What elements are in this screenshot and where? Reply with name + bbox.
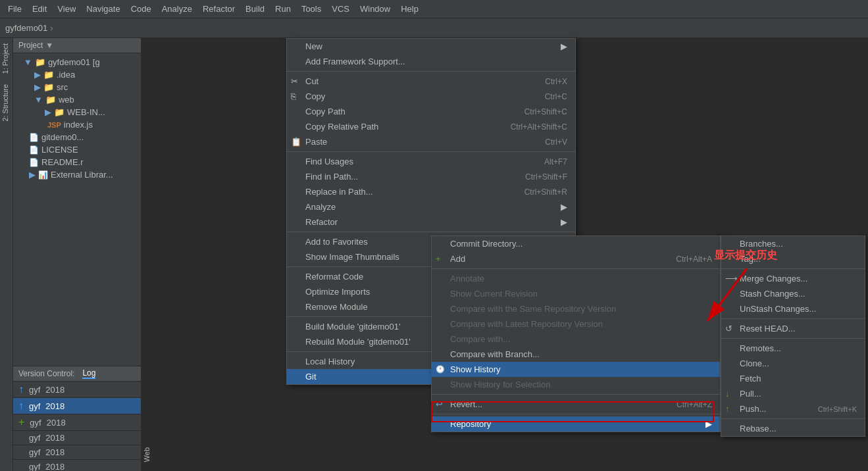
table-row[interactable]: ↑ gyf 2018 (13, 398, 141, 414)
list-item[interactable]: ▶ 📁 .idea (13, 68, 141, 81)
menu-tools[interactable]: Tools (296, 3, 326, 15)
shortcut-label: Alt+F7 (544, 157, 567, 166)
menu-item-find-in-path[interactable]: Find in Path... Ctrl+Shift+F (287, 169, 575, 184)
menu-item-pull[interactable]: ↓ Pull... (721, 386, 865, 401)
menu-item-label: Show History for Selection (450, 380, 550, 389)
file-icon-readme: 📄 (29, 158, 39, 167)
arrow-up-icon: ↑ (16, 399, 26, 412)
submenu-arrow-icon: ▶ (561, 217, 567, 227)
list-item[interactable]: 📄 gitdemo0... (13, 131, 141, 143)
menu-item-analyze[interactable]: Analyze ▶ (287, 199, 575, 214)
menu-item-copy-path[interactable]: Copy Path Ctrl+Shift+C (287, 104, 575, 119)
menu-item-new[interactable]: New ▶ (287, 39, 575, 54)
folder-icon-src: 📁 (43, 82, 54, 92)
vc-tab-version-control[interactable]: Version Control: (18, 369, 74, 378)
menu-item-find-usages[interactable]: Find Usages Alt+F7 (287, 154, 575, 169)
list-item[interactable]: 📄 README.r (13, 156, 141, 168)
menu-item-cut[interactable]: ✂ Cut Ctrl+X (287, 74, 575, 89)
menu-analyze[interactable]: Analyze (157, 3, 197, 15)
project-bar: gyfdemo01 › (0, 18, 868, 38)
file-icon-git: 📄 (29, 133, 39, 142)
menu-item-add[interactable]: + Add Ctrl+Alt+A (432, 251, 720, 266)
vc-table: ↑ gyf 2018 ↑ gyf 2018 + gyf 2018 gyf (13, 382, 141, 471)
menu-item-label: Show Image Thumbnails (305, 252, 399, 262)
menu-code[interactable]: Code (126, 3, 157, 15)
arrow-none (16, 466, 26, 468)
table-row[interactable]: gyf 2018 (13, 445, 141, 460)
menu-item-label: Copy Relative Path (305, 122, 378, 132)
menu-edit[interactable]: Edit (27, 3, 52, 15)
menu-refactor[interactable]: Refactor (197, 3, 240, 15)
menu-item-fetch[interactable]: Fetch (721, 371, 865, 386)
menu-item-compare-latest-repo[interactable]: Compare with Latest Repository Version (432, 316, 720, 332)
menu-item-commit-directory[interactable]: Commit Directory... (432, 236, 720, 251)
menu-item-label: Local History (305, 357, 355, 366)
tree-root[interactable]: ▼ 📁 gyfdemo01 [g (13, 56, 141, 68)
menu-item-label: Refactor (305, 217, 338, 227)
shortcut-label: Ctrl+X (545, 77, 567, 86)
menu-run[interactable]: Run (270, 3, 296, 15)
separator (287, 151, 575, 152)
menu-item-copy[interactable]: ⎘ Copy Ctrl+C (287, 89, 575, 104)
menu-item-add-framework[interactable]: Add Framework Support... (287, 54, 575, 69)
tab-web[interactable]: Web (141, 445, 152, 464)
menu-item-label: Clone... (740, 359, 769, 368)
menu-item-show-history[interactable]: 🕐 Show History (432, 362, 720, 377)
list-item[interactable]: ▶ 📊 External Librar... (13, 168, 141, 181)
menu-item-revert[interactable]: ↩ Revert... Ctrl+Alt+Z (432, 397, 720, 412)
menu-item-refactor[interactable]: Refactor ▶ (287, 214, 575, 230)
vc-tab-log[interactable]: Log (82, 368, 95, 379)
menu-item-repository[interactable]: Repository ▶ (432, 416, 720, 432)
menu-item-push[interactable]: ↑ Push... Ctrl+Shift+K (721, 401, 865, 416)
menu-item-copy-relative-path[interactable]: Copy Relative Path Ctrl+Alt+Shift+C (287, 119, 575, 134)
menu-file[interactable]: File (3, 3, 27, 15)
menu-item-remotes[interactable]: Remotes... (721, 341, 865, 356)
table-row[interactable]: ↑ gyf 2018 (13, 382, 141, 398)
project-panel: Project ▼ ▼ 📁 gyfdemo01 [g ▶ 📁 .idea ▶ (13, 38, 141, 471)
menu-help[interactable]: Help (396, 3, 424, 15)
tree-item-label: External Librar... (51, 170, 113, 180)
expand-icon-src: ▶ (34, 82, 41, 92)
menu-item-label: Branches... (740, 239, 783, 249)
menu-item-label: Add Framework Support... (305, 57, 405, 66)
list-item[interactable]: ▶ 📁 WEB-IN... (13, 106, 141, 118)
shortcut-label: Ctrl+Shift+C (524, 107, 567, 116)
list-item[interactable]: JSP index.js (13, 118, 141, 131)
menu-item-show-current-revision[interactable]: Show Current Revision (432, 286, 720, 301)
menu-navigate[interactable]: Navigate (81, 3, 125, 15)
menu-item-replace-in-path[interactable]: Replace in Path... Ctrl+Shift+R (287, 184, 575, 199)
table-row[interactable]: gyf 2018 (13, 431, 141, 445)
tab-structure[interactable]: 2: Structure (0, 79, 13, 127)
menu-build[interactable]: Build (240, 3, 270, 15)
menu-item-label: Remove Module (305, 302, 368, 312)
table-row[interactable]: + gyf 2018 (13, 414, 141, 431)
tree-root-label: gyfdemo01 [g (48, 57, 100, 67)
vc-year: 2018 (43, 461, 67, 471)
jsp-icon: JSP (47, 121, 61, 129)
menu-item-label: Push... (740, 404, 766, 414)
list-item[interactable]: ▼ 📁 web (13, 93, 141, 106)
menu-item-show-history-selection[interactable]: Show History for Selection (432, 377, 720, 392)
menu-item-compare-with[interactable]: Compare with... (432, 332, 720, 347)
project-label: Project (18, 41, 43, 50)
list-item[interactable]: 📄 LICENSE (13, 143, 141, 156)
menu-item-label: New (305, 41, 322, 51)
annotation-chinese: 显示提交历史 (714, 249, 777, 262)
menu-item-annotate[interactable]: Annotate (432, 271, 720, 286)
menu-vcs[interactable]: VCS (326, 3, 355, 15)
list-item[interactable]: ▶ 📁 src (13, 81, 141, 93)
menu-item-label: Add (450, 254, 465, 264)
menu-item-rebase[interactable]: Rebase... (721, 421, 865, 436)
menu-item-label: Pull... (740, 389, 761, 399)
menu-item-clone[interactable]: Clone... (721, 356, 865, 371)
menu-item-label: Git (305, 372, 317, 382)
table-row[interactable]: gyf 2018 (13, 460, 141, 471)
menu-item-compare-branch[interactable]: Compare with Branch... (432, 347, 720, 362)
menu-view[interactable]: View (52, 3, 81, 15)
tab-project[interactable]: 1: Project (0, 38, 13, 79)
menu-item-paste[interactable]: 📋 Paste Ctrl+V (287, 134, 575, 149)
menu-item-label: Copy Path (305, 107, 345, 116)
menu-window[interactable]: Window (355, 3, 396, 15)
folder-icon-web: 📁 (45, 95, 56, 105)
menu-item-compare-same-repo[interactable]: Compare with the Same Repository Version (432, 301, 720, 316)
